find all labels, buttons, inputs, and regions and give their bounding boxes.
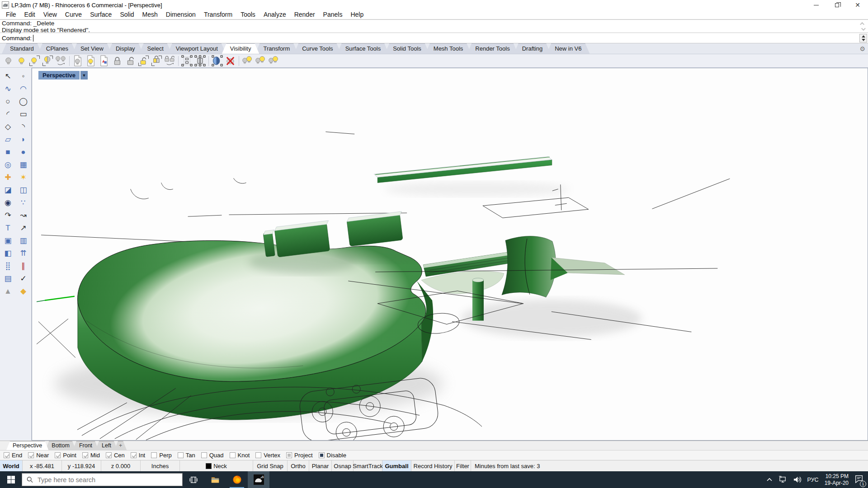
toolbar-tab[interactable]: Standard: [2, 43, 42, 54]
control-points-on-icon[interactable]: [181, 55, 193, 67]
osnap-checkbox[interactable]: [28, 452, 34, 458]
osnap-checkbox[interactable]: [4, 452, 9, 458]
menu-item[interactable]: Dimension: [162, 10, 200, 19]
osnap-toggle[interactable]: Cen: [106, 452, 125, 459]
osnap-checkbox[interactable]: [82, 452, 88, 458]
show-layer-objects-icon[interactable]: [241, 55, 254, 67]
orient-icon[interactable]: ▥: [16, 234, 31, 247]
status-cell[interactable]: y -118.924: [62, 460, 101, 471]
separator-2[interactable]: [177, 56, 180, 66]
toolbar-gear-icon[interactable]: ⚙: [859, 45, 865, 52]
menu-item[interactable]: Tools: [236, 10, 259, 19]
menu-item[interactable]: Surface: [86, 10, 116, 19]
adjust-curve-icon[interactable]: ↝: [16, 209, 31, 221]
menu-item[interactable]: Edit: [20, 10, 39, 19]
separator-3[interactable]: [207, 56, 210, 66]
osnap-toggle[interactable]: Disable: [319, 452, 346, 459]
swap-hidden-objects-icon[interactable]: [42, 55, 54, 67]
array-icon[interactable]: ⣿: [0, 259, 16, 272]
firefox-button[interactable]: [226, 471, 248, 488]
osnap-toggle[interactable]: Near: [28, 452, 49, 459]
curve-through-points-icon[interactable]: ◠: [16, 82, 31, 95]
clock[interactable]: 10:25 PM 19-Apr-20: [825, 473, 849, 487]
render-icon[interactable]: ◆: [16, 285, 31, 297]
network-icon[interactable]: [778, 476, 787, 483]
clipping-plane-icon[interactable]: [211, 55, 223, 67]
tray-expand-icon[interactable]: [766, 477, 773, 483]
group-icon[interactable]: ∵: [16, 196, 31, 209]
file-explorer-button[interactable]: [204, 471, 226, 488]
restore-button[interactable]: [826, 0, 847, 10]
join-icon[interactable]: ◉: [0, 196, 16, 209]
perspective-viewport[interactable]: Perspective ▼: [32, 68, 868, 441]
osnap-toggle[interactable]: Perp: [151, 452, 171, 459]
split-icon[interactable]: ◫: [16, 183, 31, 196]
history-scroll-up-icon[interactable]: [860, 22, 864, 26]
lock-swap-icon[interactable]: [164, 55, 176, 67]
menu-item[interactable]: View: [39, 10, 61, 19]
osnap-toggle[interactable]: Knot: [230, 452, 250, 459]
menu-item[interactable]: Transform: [200, 10, 236, 19]
minimize-button[interactable]: [806, 0, 826, 10]
torus-icon[interactable]: ◎: [0, 158, 16, 171]
toolbar-tab[interactable]: Render Tools: [467, 43, 518, 54]
show-layer-objects-2-icon[interactable]: [255, 55, 267, 67]
toolbar-tab[interactable]: Drafting: [514, 43, 551, 54]
osnap-checkbox[interactable]: [178, 452, 184, 458]
ellipse-icon[interactable]: ◯: [16, 95, 31, 108]
command-prompt[interactable]: Command:: [0, 33, 868, 43]
osnap-toggle[interactable]: Quad: [201, 452, 224, 459]
osnap-checkbox[interactable]: [106, 452, 112, 458]
show-layer-objects-3-icon[interactable]: [268, 55, 280, 67]
status-cell[interactable]: Planar: [309, 460, 332, 471]
toolbar-tab[interactable]: Set View: [72, 43, 112, 54]
status-cell[interactable]: World: [0, 460, 23, 471]
show-in-detail-icon[interactable]: [85, 55, 97, 67]
layers-icon[interactable]: ▤: [0, 272, 16, 285]
status-cell[interactable]: Gumball: [382, 460, 411, 471]
hide-in-detail-icon[interactable]: [72, 55, 84, 67]
language-indicator[interactable]: РУС: [807, 477, 819, 483]
control-point-curve-icon[interactable]: ∿: [0, 82, 16, 95]
toolbar-tab[interactable]: Display: [108, 43, 143, 54]
unlock-selected-icon[interactable]: [137, 55, 150, 67]
viewport-tab[interactable]: Front: [73, 441, 99, 450]
status-cell[interactable]: Osnap: [332, 460, 354, 471]
viewport-title-dropdown[interactable]: ▼: [80, 71, 88, 80]
remove-clipping-plane-icon[interactable]: [224, 55, 236, 67]
explode-icon[interactable]: ✶: [16, 171, 31, 183]
solid-edit-icon[interactable]: ◧: [0, 247, 16, 259]
separator-4[interactable]: [237, 56, 241, 66]
viewport-tab[interactable]: Left: [95, 441, 118, 450]
rectangle-icon[interactable]: ▭: [16, 108, 31, 120]
menu-item[interactable]: Mesh: [138, 10, 162, 19]
box-icon[interactable]: ■: [0, 145, 16, 158]
history-scroll-down-icon[interactable]: [861, 26, 865, 31]
polygon-icon[interactable]: ◇: [0, 120, 16, 133]
osnap-toggle[interactable]: Int: [131, 452, 145, 459]
toolbar-tab[interactable]: Curve Tools: [294, 43, 341, 54]
circle-icon[interactable]: ○: [0, 95, 16, 108]
menu-item[interactable]: Solid: [116, 10, 138, 19]
surface-3pt-icon[interactable]: ▱: [0, 133, 16, 145]
extrude-icon[interactable]: ⇈: [16, 247, 31, 259]
extend-curve-icon[interactable]: ↷: [0, 209, 16, 221]
osnap-toggle[interactable]: Vertex: [255, 452, 280, 459]
viewport-title[interactable]: Perspective ▼: [38, 71, 88, 80]
lock-objects-icon[interactable]: [111, 55, 123, 67]
control-points-off-icon[interactable]: [194, 55, 206, 67]
menu-item[interactable]: File: [2, 10, 20, 19]
status-cell[interactable]: Ortho: [288, 460, 309, 471]
curved-surface-icon[interactable]: ◗: [16, 133, 31, 145]
copy-icon[interactable]: ▣: [0, 234, 16, 247]
toolbar-tab[interactable]: Select: [139, 43, 172, 54]
toolbar-tab[interactable]: CPlanes: [38, 43, 76, 54]
separator-1[interactable]: [68, 56, 71, 66]
start-button[interactable]: [0, 471, 22, 488]
osnap-checkbox[interactable]: [131, 452, 137, 458]
status-cell[interactable]: Neck: [180, 460, 253, 471]
mesh-box-icon[interactable]: ▦: [16, 158, 31, 171]
arc-icon[interactable]: ◜: [0, 108, 16, 120]
osnap-checkbox[interactable]: [230, 452, 236, 458]
status-cell[interactable]: Record History: [411, 460, 455, 471]
